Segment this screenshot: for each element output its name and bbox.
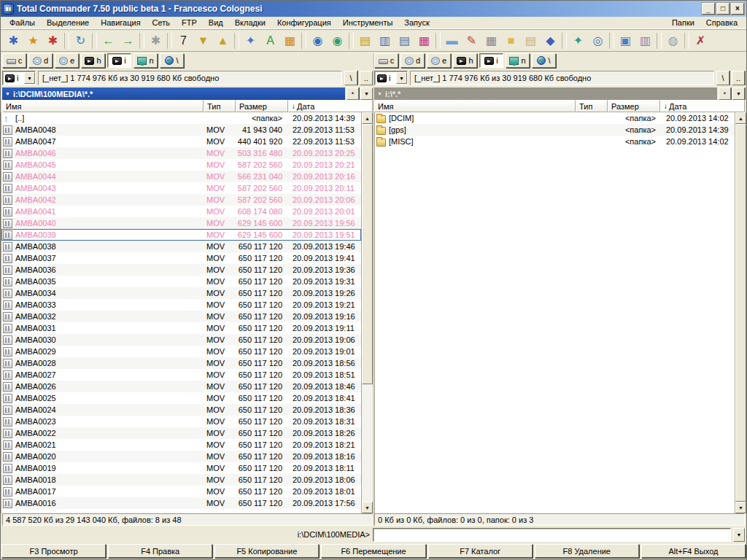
options-icon[interactable]: ★: [23, 31, 43, 50]
header-type[interactable]: Тип: [204, 100, 236, 112]
drive-c-button[interactable]: c: [2, 53, 26, 68]
file-row[interactable]: AMBA0041 MOV 608 174 080 20.09.2013 20:0…: [1, 206, 361, 217]
toolbar-separator[interactable]: [436, 33, 441, 49]
command-history-button[interactable]: ▼: [733, 528, 745, 542]
drive-e-button[interactable]: e: [427, 53, 451, 68]
pack-7z-icon[interactable]: 7: [174, 31, 193, 50]
close-button[interactable]: ×: [731, 3, 744, 15]
drive-i-button[interactable]: i: [479, 53, 503, 68]
cd-burn-icon[interactable]: ◍: [663, 31, 683, 50]
scroll-up-button[interactable]: ▲: [362, 112, 373, 124]
drive-h-button[interactable]: h: [453, 53, 477, 68]
drive-c-button[interactable]: c: [374, 53, 398, 68]
tools-wand-icon[interactable]: ✦: [568, 31, 588, 50]
goto-root-button[interactable]: \: [716, 71, 729, 85]
f7-mkdir-button[interactable]: F7 Каталог: [428, 544, 533, 558]
pack-files-icon[interactable]: ▼: [193, 31, 213, 50]
scroll-track[interactable]: [735, 124, 746, 502]
menu-item[interactable]: Сеть: [147, 18, 176, 28]
drive-e-button[interactable]: e: [55, 53, 79, 68]
file-row[interactable]: AMBA0032 MOV 650 117 120 20.09.2013 19:1…: [1, 311, 361, 322]
drive-select[interactable]: i ▼: [374, 71, 408, 85]
file-row[interactable]: AMBA0044 MOV 566 231 040 20.09.2013 20:1…: [1, 171, 361, 182]
toolbar-separator[interactable]: [562, 33, 567, 49]
toolbar-separator[interactable]: [139, 33, 144, 49]
toolbar-separator[interactable]: [234, 33, 239, 49]
header-size[interactable]: Размер: [236, 100, 288, 112]
file-row[interactable]: AMBA0031 MOV 650 117 120 20.09.2013 19:1…: [1, 322, 361, 334]
toolbar-separator[interactable]: [167, 33, 172, 49]
f4-edit-button[interactable]: F4 Правка: [108, 544, 212, 558]
multi-rename-icon[interactable]: ✦: [241, 31, 260, 50]
refresh-icon[interactable]: ↻: [71, 31, 90, 50]
drive-root-button[interactable]: \: [160, 53, 184, 68]
file-row[interactable]: AMBA0019 MOV 650 117 120 20.09.2013 18:1…: [1, 462, 361, 474]
toolbar-separator[interactable]: [92, 33, 97, 49]
file-row[interactable]: AMBA0046 MOV 503 316 480 20.09.2013 20:2…: [1, 147, 361, 159]
drive-d-button[interactable]: d: [28, 53, 53, 68]
goto-parent-button[interactable]: ..: [732, 71, 745, 85]
f8-delete-button[interactable]: F8 Удаление: [535, 544, 639, 558]
menu-item[interactable]: Вкладки: [229, 18, 271, 28]
scroll-track[interactable]: [362, 124, 373, 502]
file-row[interactable]: AMBA0047 MOV 440 401 920 22.09.2013 11:5…: [1, 136, 361, 147]
current-path-active[interactable]: ▼ i:\DCIM\100MEDIA\*.*: [2, 88, 345, 100]
header-type[interactable]: Тип: [576, 100, 608, 112]
menu-item[interactable]: Конфигурация: [271, 18, 337, 28]
configuration-icon[interactable]: ✱: [4, 31, 23, 50]
display-icon[interactable]: ▣: [616, 31, 635, 50]
toolbar-separator[interactable]: [301, 33, 306, 49]
header-date[interactable]: ↓Дата: [288, 100, 373, 112]
file-row[interactable]: AMBA0023 MOV 650 117 120 20.09.2013 18:3…: [1, 416, 361, 427]
drive-d-button[interactable]: d: [400, 53, 425, 68]
current-path-inactive[interactable]: ▼ i:\*.*: [374, 88, 717, 100]
drive-root-button[interactable]: \: [532, 53, 556, 68]
file-row[interactable]: AMBA0017 MOV 650 117 120 20.09.2013 18:0…: [1, 486, 361, 497]
toolbar-separator[interactable]: [657, 33, 662, 49]
menu-item[interactable]: Справка: [700, 18, 743, 28]
file-row[interactable]: AMBA0026 MOV 650 117 120 20.09.2013 18:4…: [1, 381, 361, 392]
drive-select-arrow[interactable]: ▼: [396, 72, 407, 84]
drive-n-button[interactable]: n: [506, 53, 530, 68]
filter-button[interactable]: *: [719, 88, 731, 100]
sort-date-icon[interactable]: ▦: [280, 31, 300, 50]
log-icon[interactable]: ▤: [355, 31, 375, 50]
forward-icon[interactable]: →: [118, 31, 138, 50]
unpack-files-icon[interactable]: ▲: [213, 31, 233, 50]
scroll-up-button[interactable]: ▲: [735, 112, 746, 124]
file-row[interactable]: [DCIM] <папка> 20.09.2013 14:02: [375, 112, 735, 124]
header-date[interactable]: ↓Дата: [660, 100, 745, 112]
file-row[interactable]: AMBA0038 MOV 650 117 120 20.09.2013 19:4…: [1, 241, 361, 252]
settings-icon[interactable]: ✱: [43, 31, 63, 50]
file-row[interactable]: AMBA0048 MOV 41 943 040 22.09.2013 11:53: [1, 124, 361, 136]
drive-h-button[interactable]: h: [81, 53, 105, 68]
menu-item[interactable]: Файлы: [4, 18, 41, 28]
file-row[interactable]: AMBA0020 MOV 650 117 120 20.09.2013 18:1…: [1, 451, 361, 462]
f3-view-button[interactable]: F3 Просмотр: [1, 544, 106, 558]
menu-item[interactable]: Выделение: [41, 18, 95, 28]
file-row[interactable]: AMBA0025 MOV 650 117 120 20.09.2013 18:4…: [1, 392, 361, 404]
file-row[interactable]: AMBA0037 MOV 650 117 120 20.09.2013 19:4…: [1, 252, 361, 264]
scroll-thumb[interactable]: [735, 124, 746, 502]
file-row[interactable]: AMBA0034 MOV 650 117 120 20.09.2013 19:2…: [1, 287, 361, 299]
f5-copy-button[interactable]: F5 Копирование: [214, 544, 319, 558]
file-row[interactable]: AMBA0030 MOV 650 117 120 20.09.2013 19:0…: [1, 334, 361, 346]
calculator-icon[interactable]: ▦: [481, 31, 501, 50]
notepad-icon[interactable]: ▬: [442, 31, 462, 50]
filter-button[interactable]: *: [347, 88, 359, 100]
file-row[interactable]: AMBA0039 MOV 629 145 600 20.09.2013 19:5…: [1, 229, 361, 241]
file-row[interactable]: AMBA0035 MOV 650 117 120 20.09.2013 19:3…: [1, 276, 361, 287]
scroll-down-button[interactable]: ▼: [735, 502, 746, 513]
wrench-icon[interactable]: ✗: [691, 31, 711, 50]
back-icon[interactable]: ←: [98, 31, 118, 50]
file-row[interactable]: AMBA0027 MOV 650 117 120 20.09.2013 18:5…: [1, 369, 361, 381]
file-row[interactable]: AMBA0043 MOV 587 202 560 20.09.2013 20:1…: [1, 182, 361, 194]
drive-select[interactable]: i ▼: [2, 71, 36, 85]
header-name[interactable]: Имя: [374, 100, 576, 112]
scroll-thumb[interactable]: [362, 124, 373, 384]
file-row[interactable]: AMBA0042 MOV 587 202 560 20.09.2013 20:0…: [1, 194, 361, 206]
file-row[interactable]: AMBA0033 MOV 650 117 120 20.09.2013 19:2…: [1, 299, 361, 311]
file-row[interactable]: AMBA0036 MOV 650 117 120 20.09.2013 19:3…: [1, 264, 361, 276]
goto-root-button[interactable]: \: [344, 71, 357, 85]
history-button[interactable]: ▼: [360, 88, 373, 100]
